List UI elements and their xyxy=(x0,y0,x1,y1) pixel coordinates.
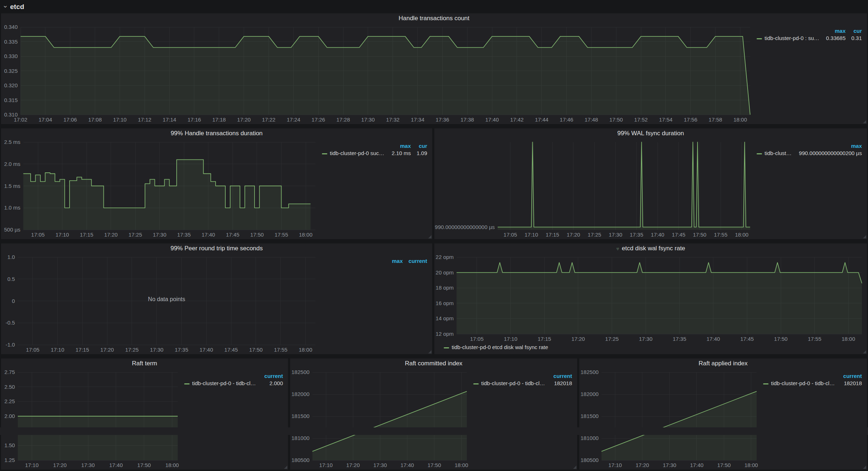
legend-series-toggle[interactable]: tidb-cluster-pd-0 : success xyxy=(757,35,820,41)
chart-raft-applied-index[interactable]: 18250018200018150018100018050017:1017:20… xyxy=(579,369,762,470)
svg-text:16 opm: 16 opm xyxy=(436,300,454,306)
svg-text:182500: 182500 xyxy=(581,369,599,375)
panel-title[interactable]: Raft applied index xyxy=(579,358,867,369)
svg-text:0.320: 0.320 xyxy=(4,82,18,88)
legend-raft-committed-index: currenttidb-cluster-pd-0 - tidb-cluster1… xyxy=(472,369,577,470)
svg-text:17:35: 17:35 xyxy=(673,336,686,342)
svg-text:17:50: 17:50 xyxy=(428,462,441,468)
svg-text:17:50: 17:50 xyxy=(693,232,707,238)
resize-handle-icon[interactable] xyxy=(428,350,431,353)
legend-column-header[interactable]: current xyxy=(408,258,427,264)
legend-value: 182018 xyxy=(843,380,862,386)
series-color-icon xyxy=(757,153,762,154)
series-color-icon xyxy=(322,153,327,154)
resize-handle-icon[interactable] xyxy=(863,350,866,353)
chevron-down-icon: › xyxy=(2,6,9,8)
svg-text:17:44: 17:44 xyxy=(535,116,549,123)
legend-series-toggle[interactable]: tidb-cluster-pd-0 xyxy=(757,150,793,156)
panel-title[interactable]: ♥ etcd disk wal fsync rate xyxy=(434,243,867,254)
resize-handle-icon[interactable] xyxy=(863,235,866,238)
resize-handle-icon[interactable] xyxy=(428,235,431,238)
legend-column-header[interactable]: current xyxy=(843,373,862,379)
svg-text:17:45: 17:45 xyxy=(672,232,686,238)
legend-column-header[interactable]: current xyxy=(553,373,572,379)
legend-column-header[interactable]: cur xyxy=(851,28,862,34)
legend-wal-fsync-duration: maxtidb-cluster-pd-0990.000000000000200 … xyxy=(755,138,867,239)
legend-series-toggle[interactable]: tidb-cluster-pd-0 success xyxy=(322,150,386,156)
panel-title[interactable]: Raft term xyxy=(1,358,288,369)
chart-handle-transactions-duration[interactable]: 2.5 ms2.0 ms1.5 ms1.0 ms500 µs17:0517:10… xyxy=(1,138,320,239)
svg-text:2.50: 2.50 xyxy=(4,384,15,390)
resize-handle-icon[interactable] xyxy=(573,466,576,469)
svg-text:180500: 180500 xyxy=(581,457,599,463)
legend-peer-round-trip: maxcurrent xyxy=(320,254,432,354)
svg-text:17:25: 17:25 xyxy=(125,347,139,353)
resize-handle-icon[interactable] xyxy=(284,466,287,469)
svg-text:18:00: 18:00 xyxy=(299,347,313,353)
svg-text:2.00: 2.00 xyxy=(4,413,15,419)
panel-raft-committed-index: Raft committed index 1825001820001815001… xyxy=(290,358,577,470)
resize-handle-icon[interactable] xyxy=(863,466,866,469)
svg-text:17:05: 17:05 xyxy=(470,336,484,342)
panel-title[interactable]: Raft committed index xyxy=(290,358,577,369)
svg-text:17:20: 17:20 xyxy=(104,232,118,238)
svg-text:-0.5: -0.5 xyxy=(6,320,15,326)
svg-text:1.0 ms: 1.0 ms xyxy=(4,204,21,211)
svg-text:17:30: 17:30 xyxy=(639,336,653,342)
chart-peer-round-trip[interactable]: 1.00.50-0.5-1.017:0517:1017:1517:2017:25… xyxy=(1,254,320,354)
svg-text:17:10: 17:10 xyxy=(524,232,538,238)
svg-text:17:35: 17:35 xyxy=(175,347,189,353)
panel-title[interactable]: 99% Handle transactions duration xyxy=(1,128,432,138)
svg-text:17:05: 17:05 xyxy=(504,232,517,238)
svg-text:17:58: 17:58 xyxy=(709,116,722,123)
svg-text:17:10: 17:10 xyxy=(319,462,333,468)
row-header-etcd[interactable]: › etcd xyxy=(0,0,868,13)
svg-text:1.0: 1.0 xyxy=(8,254,15,260)
legend-column-header[interactable]: max xyxy=(799,143,862,149)
panel-title[interactable]: 99% Peer round trip time seconds xyxy=(1,243,432,254)
legend-column-header[interactable]: max xyxy=(392,258,403,264)
resize-handle-icon[interactable] xyxy=(863,120,866,123)
svg-text:17:24: 17:24 xyxy=(287,116,301,123)
series-color-icon xyxy=(444,347,449,348)
svg-text:17:20: 17:20 xyxy=(571,336,585,342)
svg-text:18:00: 18:00 xyxy=(744,462,758,468)
svg-text:2.75: 2.75 xyxy=(4,369,15,375)
svg-text:2.0 ms: 2.0 ms xyxy=(4,161,21,167)
legend-series-toggle[interactable]: tidb-cluster-pd-0 - tidb-cluster xyxy=(184,380,258,386)
legend-column-header[interactable]: current xyxy=(264,373,283,379)
svg-text:17:40: 17:40 xyxy=(200,347,213,353)
legend-column-header[interactable]: cur xyxy=(417,143,427,149)
svg-text:17:15: 17:15 xyxy=(80,232,93,238)
chart-disk-wal-fsync-rate[interactable]: 22 opm20 opm18 opm16 opm14 opm12 opm17:0… xyxy=(434,254,867,343)
svg-text:181000: 181000 xyxy=(581,435,599,441)
chart-raft-committed-index[interactable]: 18250018200018150018100018050017:1017:20… xyxy=(290,369,472,470)
legend-value: 0.33685 xyxy=(826,35,846,41)
row-title: etcd xyxy=(10,3,24,11)
legend-raft-applied-index: currenttidb-cluster-pd-0 - tidb-cluster1… xyxy=(762,369,867,470)
svg-text:0.330: 0.330 xyxy=(4,53,18,59)
svg-text:17:20: 17:20 xyxy=(100,347,114,353)
svg-text:17:40: 17:40 xyxy=(651,232,664,238)
svg-text:0.335: 0.335 xyxy=(4,39,18,45)
legend-handle-transactions-duration: maxcurtidb-cluster-pd-0 success2.10 ms1.… xyxy=(320,138,432,239)
alert-heart-icon: ♥ xyxy=(616,246,619,251)
chart-wal-fsync-duration[interactable]: 990.00000000000000 µs17:0517:1017:1517:2… xyxy=(434,138,755,239)
panel-title[interactable]: Handle transactions count xyxy=(1,13,867,23)
legend-series-toggle[interactable]: tidb-cluster-pd-0 etcd disk wal fsync ra… xyxy=(444,344,863,350)
legend-column-header[interactable]: max xyxy=(826,28,846,34)
chart-raft-term[interactable]: 2.752.502.252.001.751.501.2517:1017:2017… xyxy=(1,369,183,470)
legend-column-header[interactable]: max xyxy=(391,143,411,149)
svg-text:17:10: 17:10 xyxy=(608,462,622,468)
chart-handle-transactions-count[interactable]: 0.3400.3350.3300.3250.3200.3150.31017:02… xyxy=(1,23,755,124)
svg-text:182500: 182500 xyxy=(292,369,310,375)
legend-series-toggle[interactable]: tidb-cluster-pd-0 - tidb-cluster xyxy=(473,380,548,386)
svg-text:18:00: 18:00 xyxy=(455,462,468,468)
legend-value: 2.10 ms xyxy=(391,150,411,156)
panel-title[interactable]: 99% WAL fsync duration xyxy=(434,128,867,138)
legend-series-toggle[interactable]: tidb-cluster-pd-0 - tidb-cluster xyxy=(763,380,837,386)
legend-value: 2.000 xyxy=(264,380,283,386)
svg-text:0.325: 0.325 xyxy=(4,68,18,74)
svg-text:17:15: 17:15 xyxy=(537,336,551,342)
svg-text:17:20: 17:20 xyxy=(567,232,580,238)
